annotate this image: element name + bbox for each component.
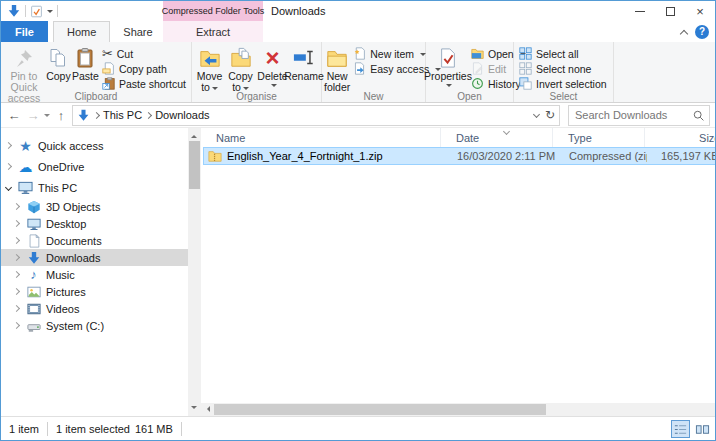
button-label: Select all (536, 48, 579, 60)
select-all-button[interactable]: Select all (516, 46, 610, 61)
chevron-right-icon[interactable] (5, 142, 12, 149)
move-to-button[interactable]: Move to (194, 43, 225, 93)
chevron-right-icon[interactable] (13, 237, 20, 244)
maximize-icon (666, 7, 675, 16)
chevron-right-icon[interactable] (145, 111, 152, 118)
sidebar-item-desktop[interactable]: Desktop (1, 215, 201, 232)
easy-access-icon (353, 62, 366, 75)
button-label: Copy to (228, 70, 253, 93)
chevron-right-icon[interactable] (13, 203, 20, 210)
forward-button[interactable]: → (25, 108, 41, 123)
scrollbar-thumb[interactable] (214, 404, 546, 415)
view-toggles (671, 420, 712, 438)
open-icon (471, 47, 484, 60)
help-icon[interactable]: ? (695, 25, 709, 39)
search-input[interactable] (568, 105, 710, 126)
chevron-right-icon[interactable] (13, 288, 20, 295)
breadcrumb-downloads[interactable]: Downloads (155, 109, 209, 121)
onedrive-icon: ☁ (18, 159, 33, 174)
select-none-button[interactable]: Select none (516, 61, 610, 76)
file-date-cell: 16/03/2020 2:11 PM (443, 150, 555, 162)
refresh-icon[interactable]: ↻ (545, 108, 555, 122)
documents-icon (26, 233, 41, 248)
address-dropdown-icon[interactable] (533, 110, 540, 117)
sidebar-item-label: OneDrive (38, 161, 84, 173)
recent-locations-icon[interactable] (44, 114, 50, 120)
select-none-icon (519, 62, 532, 75)
maximize-button[interactable] (655, 1, 685, 21)
up-button[interactable]: ↑ (53, 108, 69, 123)
downloads-folder-icon (7, 4, 21, 18)
sidebar-item-pictures[interactable]: Pictures (1, 283, 201, 300)
cut-button[interactable]: ✂ Cut (99, 46, 189, 61)
sidebar-item-system-c[interactable]: System (C:) (1, 317, 201, 334)
pin-icon (14, 45, 34, 71)
properties-button[interactable]: Properties (428, 43, 468, 90)
chevron-right-icon[interactable] (13, 322, 20, 329)
scroll-up-icon[interactable] (191, 132, 197, 138)
navpane-scrollbar[interactable] (188, 128, 201, 416)
chevron-right-icon[interactable] (13, 220, 20, 227)
window-title: Downloads (271, 5, 325, 17)
paste-button[interactable]: Paste (72, 43, 99, 82)
chevron-down-icon[interactable] (5, 184, 12, 191)
new-folder-button[interactable]: New folder (324, 43, 350, 93)
3d-objects-icon (26, 199, 41, 214)
button-label: Select none (536, 63, 591, 75)
copy-to-button[interactable]: Copy to (225, 43, 256, 93)
sidebar-item-videos[interactable]: Videos (1, 300, 201, 317)
chevron-right-icon[interactable] (13, 305, 20, 312)
file-row-selected[interactable]: English_Year_4_Fortnight_1.zip 16/03/202… (203, 147, 716, 165)
tab-extract[interactable]: Extract (163, 21, 263, 42)
details-view-button[interactable] (671, 420, 690, 438)
back-button[interactable]: ← (6, 108, 22, 123)
scroll-left-icon[interactable] (204, 406, 210, 412)
chevron-right-icon[interactable] (13, 271, 20, 278)
sidebar-item-music[interactable]: ♪ Music (1, 266, 201, 283)
sidebar-item-3d-objects[interactable]: 3D Objects (1, 198, 201, 215)
music-icon: ♪ (26, 267, 41, 282)
column-header-date[interactable]: Date (441, 128, 553, 147)
horizontal-scrollbar[interactable] (201, 403, 716, 416)
scroll-down-icon[interactable] (191, 406, 197, 412)
sidebar-item-documents[interactable]: Documents (1, 232, 201, 249)
chevron-right-icon[interactable] (5, 163, 12, 170)
selection-info: 1 item selected 161 MB (56, 423, 173, 435)
file-size-cell: 165,197 KB (647, 150, 716, 162)
column-header-type[interactable]: Type (553, 128, 645, 147)
invert-selection-button[interactable]: Invert selection (516, 76, 610, 91)
button-label: New folder (324, 71, 350, 93)
breadcrumb[interactable]: This PC Downloads ↻ (72, 105, 560, 126)
close-button[interactable]: × (685, 1, 715, 21)
column-header-name[interactable]: Name (201, 128, 441, 147)
paste-shortcut-button[interactable]: Paste shortcut (99, 76, 189, 91)
rename-button[interactable]: Rename (289, 43, 319, 82)
minimize-button[interactable] (625, 1, 655, 21)
sidebar-item-this-pc[interactable]: This PC (1, 177, 201, 198)
scrollbar-thumb[interactable] (189, 141, 200, 189)
sidebar-item-onedrive[interactable]: ☁ OneDrive (1, 156, 201, 177)
ribbon-group-clipboard: Pin to Quick access Copy Paste ✂ Cut Cop… (1, 42, 192, 102)
column-headers: Name Date Type Size (201, 128, 716, 147)
tab-home[interactable]: Home (53, 21, 110, 42)
copy-button[interactable]: Copy (45, 43, 72, 82)
column-header-size[interactable]: Size (645, 128, 716, 147)
sidebar-item-downloads[interactable]: Downloads (1, 249, 201, 266)
button-label: Copy (46, 71, 71, 82)
search-icon (692, 109, 705, 122)
qat-dropdown-icon[interactable] (47, 10, 53, 16)
navigation-pane: ★ Quick access ☁ OneDrive This PC 3D Obj… (1, 128, 201, 416)
qat-properties-icon[interactable] (30, 5, 43, 18)
group-label-new: New (322, 91, 425, 102)
copy-path-button[interactable]: Copy path (99, 61, 189, 76)
delete-button[interactable]: × Delete (256, 43, 289, 90)
collapse-ribbon-icon[interactable] (680, 29, 688, 37)
chevron-right-icon[interactable] (13, 254, 20, 261)
breadcrumb-this-pc[interactable]: This PC (103, 109, 142, 121)
chevron-right-icon[interactable] (93, 111, 100, 118)
large-icons-view-button[interactable] (693, 420, 712, 438)
paste-icon (75, 45, 95, 71)
tab-file[interactable]: File (1, 21, 48, 42)
tab-share[interactable]: Share (110, 21, 165, 42)
sidebar-item-quick-access[interactable]: ★ Quick access (1, 135, 201, 156)
